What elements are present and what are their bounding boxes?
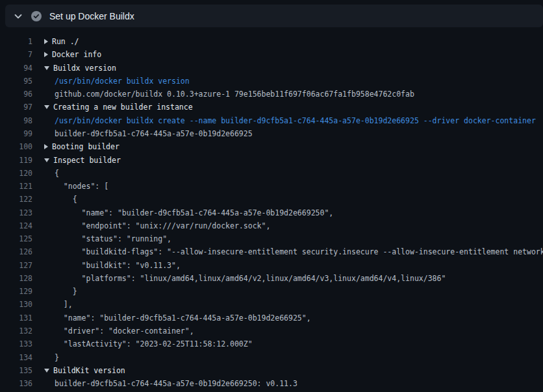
step-title: Set up Docker Buildx (49, 11, 134, 21)
log-line: 136 builder-d9cfb5a1-c764-445a-a57e-0b19… (0, 377, 543, 390)
log-line: 130 ], (0, 298, 543, 311)
triangle-down-icon[interactable] (44, 158, 49, 162)
output-text: builder-d9cfb5a1-c764-445a-a57e-0b19d2e6… (55, 379, 297, 388)
line-number[interactable]: 99 (0, 129, 32, 138)
group-title: Run ./ (52, 37, 79, 46)
triangle-right-icon[interactable] (44, 144, 48, 149)
output-text: } (55, 353, 59, 362)
line-number[interactable]: 124 (0, 221, 32, 230)
log-line: 129 } (0, 285, 543, 298)
log-line: 128 "platforms": "linux/amd64,linux/amd6… (0, 272, 543, 285)
output-text: "driver": "docker-container", (55, 326, 194, 336)
log-line[interactable]: 135 BuildKit version (0, 364, 543, 377)
output-text: ], (55, 300, 73, 309)
line-number[interactable]: 121 (0, 182, 32, 191)
line-number[interactable]: 98 (0, 116, 32, 125)
line-number[interactable]: 123 (0, 208, 32, 217)
output-text: } (55, 287, 77, 296)
command-text: /usr/bin/docker buildx create --name bui… (55, 116, 536, 125)
log-line[interactable]: 7 Docker info (0, 48, 543, 61)
line-number[interactable]: 136 (0, 379, 32, 388)
line-number[interactable]: 134 (0, 353, 32, 362)
output-text: builder-d9cfb5a1-c764-445a-a57e-0b19d2e6… (55, 129, 253, 138)
log-line: 126 "buildkitd-flags": "--allow-insecure… (0, 245, 543, 258)
line-number[interactable]: 1 (0, 37, 32, 46)
group-title: Booting builder (52, 142, 120, 151)
line-number[interactable]: 131 (0, 313, 32, 323)
chevron-down-icon[interactable] (13, 11, 23, 21)
log-lines[interactable]: 1 Run ./ 7 Docker info 94 Buildx version… (0, 35, 543, 390)
group-title: BuildKit version (53, 366, 125, 375)
log-line: 120 { (0, 167, 543, 180)
line-number[interactable]: 135 (0, 366, 32, 375)
line-number[interactable]: 129 (0, 287, 32, 296)
log-line: 133 "lastActivity": "2023-02-25T11:58:12… (0, 337, 543, 350)
log-line: 124 "endpoint": "unix:///var/run/docker.… (0, 219, 543, 232)
line-number[interactable]: 122 (0, 195, 32, 204)
output-text: "buildkit": "v0.11.3", (55, 261, 181, 270)
output-text: { (55, 195, 77, 204)
log-line: 95 /usr/bin/docker buildx version (0, 75, 543, 88)
log-line: 125 "status": "running", (0, 232, 543, 245)
line-number[interactable]: 133 (0, 339, 32, 349)
triangle-down-icon[interactable] (44, 105, 49, 109)
group-title: Creating a new builder instance (53, 103, 193, 112)
line-number[interactable]: 126 (0, 247, 32, 256)
group-title: Buildx version (53, 64, 116, 73)
log-line: 134 } (0, 350, 543, 363)
line-number[interactable]: 119 (0, 156, 32, 165)
log-line: 123 "name": "builder-d9cfb5a1-c764-445a-… (0, 206, 543, 219)
line-number[interactable]: 132 (0, 326, 32, 336)
triangle-down-icon[interactable] (44, 66, 49, 70)
log-line: 131 "name": "builder-d9cfb5a1-c764-445a-… (0, 312, 543, 325)
line-number[interactable]: 100 (0, 142, 32, 151)
log-line[interactable]: 94 Buildx version (0, 62, 543, 75)
group-title: Inspect builder (53, 156, 121, 165)
log-line: 96 github.com/docker/buildx 0.10.3+azure… (0, 88, 543, 101)
check-circle-icon (31, 11, 42, 21)
output-text: "endpoint": "unix:///var/run/docker.sock… (55, 221, 270, 230)
log-line: 99 builder-d9cfb5a1-c764-445a-a57e-0b19d… (0, 127, 543, 140)
triangle-down-icon[interactable] (44, 369, 49, 373)
line-number[interactable]: 97 (0, 103, 32, 112)
line-number[interactable]: 96 (0, 90, 32, 99)
group-title: Docker info (52, 50, 101, 59)
output-text: "name": "builder-d9cfb5a1-c764-445a-a57e… (55, 313, 311, 323)
log-line: 132 "driver": "docker-container", (0, 325, 543, 337)
line-number[interactable]: 7 (0, 50, 32, 59)
line-number[interactable]: 125 (0, 234, 32, 243)
output-text: "status": "running", (55, 234, 171, 243)
log-line: 122 { (0, 193, 543, 206)
log-line[interactable]: 97 Creating a new builder instance (0, 101, 543, 114)
output-text: "name": "builder-d9cfb5a1-c764-445a-a57e… (55, 208, 333, 217)
triangle-right-icon[interactable] (44, 39, 48, 44)
output-text: "lastActivity": "2023-02-25T11:58:12.000… (55, 339, 253, 349)
line-number[interactable]: 95 (0, 77, 32, 86)
line-number[interactable]: 94 (0, 64, 32, 73)
output-text: "nodes": [ (55, 182, 108, 191)
line-number[interactable]: 120 (0, 169, 32, 178)
log-line: 127 "buildkit": "v0.11.3", (0, 259, 543, 272)
log-line: 98 /usr/bin/docker buildx create --name … (0, 114, 543, 127)
step-header[interactable]: Set up Docker Buildx (5, 5, 543, 27)
log-line[interactable]: 100 Booting builder (0, 140, 543, 153)
output-text: "buildkitd-flags": "--allow-insecure-ent… (55, 247, 543, 256)
command-text: /usr/bin/docker buildx version (55, 77, 190, 86)
triangle-right-icon[interactable] (44, 52, 48, 57)
line-number[interactable]: 128 (0, 274, 32, 283)
log-line[interactable]: 119 Inspect builder (0, 153, 543, 166)
output-text: github.com/docker/buildx 0.10.3+azure-1 … (55, 90, 414, 99)
line-number[interactable]: 130 (0, 300, 32, 309)
log-line: 121 "nodes": [ (0, 180, 543, 193)
output-text: "platforms": "linux/amd64,linux/amd64/v2… (55, 274, 446, 283)
output-text: { (55, 169, 59, 178)
log-line[interactable]: 1 Run ./ (0, 35, 543, 48)
line-number[interactable]: 127 (0, 261, 32, 270)
